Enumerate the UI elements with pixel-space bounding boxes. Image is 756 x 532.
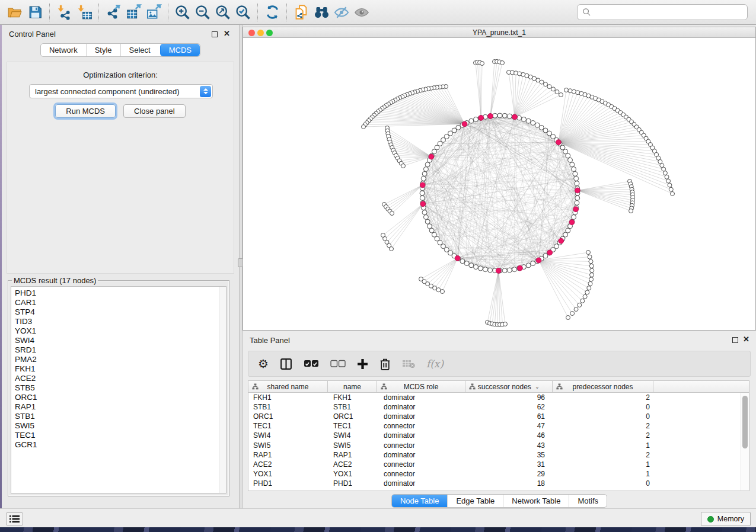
table-scrollbar[interactable]: [741, 393, 749, 491]
mcds-result-item[interactable]: SWI5: [15, 421, 226, 431]
table-row[interactable]: TEC1TEC1connector472: [248, 421, 741, 431]
tab-node-table[interactable]: Node Table: [392, 495, 448, 507]
search-icon: [582, 8, 591, 17]
zoom-in-button[interactable]: [173, 2, 193, 23]
table-cell: connector: [377, 441, 465, 450]
apply-layout-button[interactable]: [262, 2, 282, 23]
column-header-successor-nodes[interactable]: successor nodes⌄: [465, 381, 553, 392]
zoom-out-button[interactable]: [193, 2, 213, 23]
mcds-result-item[interactable]: ORC1: [15, 393, 226, 402]
mcds-result-item[interactable]: STB1: [15, 412, 226, 421]
search-input[interactable]: [591, 8, 742, 17]
mcds-list-scrollbar[interactable]: [219, 287, 226, 493]
import-network-button[interactable]: [54, 2, 74, 23]
desktop-wallpaper-bottom: [0, 527, 756, 532]
zoom-fit-button[interactable]: [213, 2, 233, 23]
close-table-panel-icon[interactable]: ✕: [743, 335, 749, 344]
column-header-label: successor nodes: [478, 383, 531, 391]
mcds-result-item[interactable]: STB5: [15, 383, 226, 393]
column-header-mcds-role[interactable]: MCDS role: [377, 381, 465, 392]
mcds-result-item[interactable]: STP4: [15, 307, 226, 317]
export-image-button[interactable]: [143, 2, 164, 23]
memory-button[interactable]: Memory: [701, 512, 751, 526]
mcds-result-item[interactable]: YOX1: [15, 326, 226, 336]
show-columns-button[interactable]: [280, 356, 292, 371]
table-row[interactable]: YOX1YOX1connector291: [248, 469, 741, 479]
zoom-out-icon: [194, 4, 211, 21]
clone-network-button[interactable]: [291, 2, 311, 23]
zoom-selected-button[interactable]: [233, 2, 253, 23]
close-panel-icon[interactable]: ✕: [224, 29, 230, 38]
import-table-button[interactable]: [74, 2, 94, 23]
table-row[interactable]: PHD1PHD1dominator180: [248, 479, 741, 488]
table-row[interactable]: STB1STB1dominator620: [248, 402, 741, 412]
mcds-result-item[interactable]: TID3: [15, 317, 226, 326]
mcds-result-item[interactable]: PMA2: [15, 355, 226, 364]
network-canvas[interactable]: [243, 38, 755, 330]
table-row[interactable]: ACE2ACE2connector311: [248, 460, 741, 469]
export-table-button[interactable]: [123, 2, 143, 23]
run-mcds-button[interactable]: Run MCDS: [55, 104, 116, 118]
tab-style[interactable]: Style: [86, 44, 120, 56]
column-header-name[interactable]: name: [328, 381, 377, 392]
mcds-result-item[interactable]: TEC1: [15, 431, 226, 440]
table-row[interactable]: ORC1ORC1dominator610: [248, 412, 741, 421]
network-window-titlebar[interactable]: YPA_prune.txt_1: [243, 27, 755, 38]
tab-edge-table[interactable]: Edge Table: [447, 495, 503, 507]
column-header-shared-name[interactable]: shared name: [248, 381, 328, 392]
delete-column-button[interactable]: [379, 356, 391, 371]
plus-icon: [357, 358, 368, 370]
select-all-button[interactable]: [304, 356, 319, 371]
open-session-button[interactable]: [5, 2, 25, 23]
table-scrollbar-thumb[interactable]: [742, 396, 748, 448]
close-panel-button[interactable]: Close panel: [123, 104, 186, 118]
optimization-criterion-select[interactable]: largest connected component (undirected): [29, 84, 213, 98]
tab-motifs[interactable]: Motifs: [569, 495, 607, 507]
show-all-button[interactable]: [352, 2, 372, 23]
column-header-label: shared name: [267, 383, 308, 391]
save-session-button[interactable]: [25, 2, 45, 23]
network-graph: [243, 38, 755, 330]
float-table-panel-icon[interactable]: [732, 337, 738, 343]
search-box[interactable]: [577, 4, 748, 20]
table-cell: 2: [553, 422, 653, 430]
table-settings-button[interactable]: ⚙: [258, 356, 269, 371]
task-history-button[interactable]: [6, 512, 23, 525]
table-row[interactable]: SWI4SWI4dominator462: [248, 431, 741, 440]
float-panel-icon[interactable]: [212, 31, 218, 37]
mcds-result-item[interactable]: RAP1: [15, 402, 226, 412]
mcds-result-item[interactable]: SRD1: [15, 345, 226, 355]
mcds-result-list[interactable]: PHD1CAR1STP4TID3YOX1SWI4SRD1PMA2FKH1ACE2…: [11, 286, 227, 493]
export-network-icon: [106, 4, 122, 20]
optimization-criterion-label: Optimization criterion:: [7, 70, 234, 79]
table-row[interactable]: FKH1FKH1dominator962: [248, 393, 741, 402]
hide-selected-button[interactable]: [331, 2, 352, 23]
export-network-button[interactable]: [103, 2, 123, 23]
mcds-result-item[interactable]: PHD1: [15, 289, 226, 298]
gear-icon: ⚙: [258, 358, 269, 370]
status-bar: Memory: [0, 508, 756, 527]
table-cell: ACE2: [248, 460, 328, 469]
save-icon: [28, 5, 43, 20]
tab-network[interactable]: Network: [41, 44, 86, 56]
mcds-result-item[interactable]: SWI4: [15, 336, 226, 345]
table-row[interactable]: SWI5SWI5connector431: [248, 440, 741, 450]
mcds-result-item[interactable]: GCR1: [15, 440, 226, 450]
tab-mcds[interactable]: MCDS: [160, 44, 200, 56]
table-row[interactable]: RAP1RAP1dominator352: [248, 450, 741, 460]
list-icon: [9, 515, 20, 523]
column-type-icon: [469, 383, 476, 390]
add-column-button[interactable]: [357, 356, 368, 371]
toolbar-separator: [286, 4, 287, 21]
mcds-result-item[interactable]: CAR1: [15, 298, 226, 307]
find-button[interactable]: [311, 2, 331, 23]
eye-slash-icon: [333, 4, 350, 21]
table-cell: STB1: [328, 403, 377, 411]
mcds-result-item[interactable]: FKH1: [15, 364, 226, 374]
toolbar-separator: [98, 4, 99, 21]
tab-network-table[interactable]: Network Table: [503, 495, 569, 507]
deselect-all-button[interactable]: [330, 356, 346, 371]
mcds-result-item[interactable]: ACE2: [15, 374, 226, 383]
column-header-predecessor-nodes[interactable]: predecessor nodes: [553, 381, 653, 392]
tab-select[interactable]: Select: [120, 44, 159, 56]
